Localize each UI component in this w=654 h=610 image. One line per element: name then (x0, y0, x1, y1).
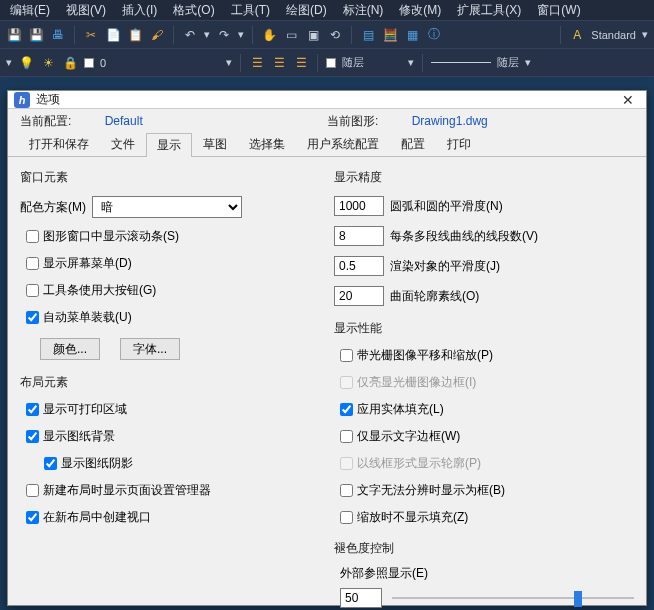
chk-printable-area[interactable]: 显示可打印区域 (26, 401, 320, 418)
chk-screen-menu[interactable]: 显示屏幕菜单(D) (26, 255, 320, 272)
matchprop-icon[interactable]: 🖌 (149, 27, 165, 43)
app-icon: h (14, 92, 30, 108)
chk-page-setup-mgr[interactable]: 新建布局时显示页面设置管理器 (26, 482, 320, 499)
sun-icon[interactable]: ☀ (40, 55, 56, 71)
prec-arc-label: 圆弧和圆的平滑度(N) (390, 198, 503, 215)
chk-scrollbars[interactable]: 图形窗口中显示滚动条(S) (26, 228, 320, 245)
tab-profiles[interactable]: 配置 (390, 132, 436, 156)
save-icon[interactable]: 💾 (6, 27, 22, 43)
chk-create-viewport[interactable]: 在新布局中创建视口 (26, 509, 320, 526)
prec-render[interactable] (334, 256, 384, 276)
chk-large-buttons[interactable]: 工具条使用大按钮(G) (26, 282, 320, 299)
chk-paper-shadow[interactable]: 显示图纸阴影 (44, 455, 320, 472)
colors-button[interactable]: 颜色... (40, 338, 100, 360)
xref-fade-value[interactable] (340, 588, 382, 608)
layerstate-icon[interactable]: ☰ (271, 55, 287, 71)
prec-pline[interactable] (334, 226, 384, 246)
profile-row: 当前配置: Default 当前图形: Drawing1.dwg (8, 109, 646, 132)
fonts-button[interactable]: 字体... (120, 338, 180, 360)
chk-text-as-box[interactable]: 文字无法分辨时显示为框(B) (340, 482, 634, 499)
undo-icon[interactable]: ↶ (182, 27, 198, 43)
tab-files[interactable]: 文件 (100, 132, 146, 156)
layer-dropdown[interactable]: ▾ (226, 56, 232, 69)
info-icon[interactable]: ⓘ (426, 27, 442, 43)
bylayer-swatch (326, 58, 336, 68)
copy-icon[interactable]: 📄 (105, 27, 121, 43)
menu-window[interactable]: 窗口(W) (537, 2, 580, 19)
chk-paper-bg[interactable]: 显示图纸背景 (26, 428, 320, 445)
tab-plot[interactable]: 打印 (436, 132, 482, 156)
menu-ext[interactable]: 扩展工具(X) (457, 2, 521, 19)
textstyle-icon[interactable]: A (569, 27, 585, 43)
chk-autoload-menu[interactable]: 自动菜单装载(U) (26, 309, 320, 326)
layers-dropdown[interactable]: ▾ (6, 56, 12, 69)
tab-user[interactable]: 用户系统配置 (296, 132, 390, 156)
menu-draw[interactable]: 绘图(D) (286, 2, 327, 19)
redo-dropdown[interactable]: ▾ (238, 28, 244, 41)
separator (173, 26, 174, 44)
prec-contour[interactable] (334, 286, 384, 306)
prec-contour-label: 曲面轮廓素线(O) (390, 288, 479, 305)
menu-format[interactable]: 格式(O) (173, 2, 214, 19)
chk-solid-fill[interactable]: 应用实体填充(L) (340, 401, 634, 418)
tab-display[interactable]: 显示 (146, 133, 192, 157)
redo-icon[interactable]: ↷ (216, 27, 232, 43)
menu-edit[interactable]: 编辑(E) (10, 2, 50, 19)
drawing-value: Drawing1.dwg (412, 114, 488, 128)
zoom-window-icon[interactable]: ▣ (305, 27, 321, 43)
menu-dim[interactable]: 标注(N) (343, 2, 384, 19)
menu-view[interactable]: 视图(V) (66, 2, 106, 19)
color-scheme-label: 配色方案(M) (20, 199, 86, 216)
profile-value: Default (105, 114, 143, 128)
color-dropdown[interactable]: ▾ (408, 56, 414, 69)
lock-icon[interactable]: 🔒 (62, 55, 78, 71)
xref-fade-slider[interactable] (392, 590, 634, 606)
undo-dropdown[interactable]: ▾ (204, 28, 210, 41)
pan-icon[interactable]: ✋ (261, 27, 277, 43)
color-bylayer[interactable]: 随层 (342, 55, 402, 70)
chk-text-frame[interactable]: 仅显示文字边框(W) (340, 428, 634, 445)
dialog-body: 窗口元素 配色方案(M) 暗 图形窗口中显示滚动条(S) 显示屏幕菜单(D) 工… (8, 157, 646, 610)
chk-zoom-fill[interactable]: 缩放时不显示填充(Z) (340, 509, 634, 526)
section-window-elements: 窗口元素 (20, 169, 320, 186)
tab-open-save[interactable]: 打开和保存 (18, 132, 100, 156)
chk-raster-pan[interactable]: 带光栅图像平移和缩放(P) (340, 347, 634, 364)
textstyle-dropdown[interactable]: ▾ (642, 28, 648, 41)
prec-pline-label: 每条多段线曲线的线段数(V) (390, 228, 538, 245)
cut-icon[interactable]: ✂ (83, 27, 99, 43)
textstyle-combo[interactable]: Standard (591, 29, 636, 41)
zoom-extents-icon[interactable]: ▭ (283, 27, 299, 43)
menu-tools[interactable]: 工具(T) (231, 2, 270, 19)
right-column: 显示精度 圆弧和圆的平滑度(N) 每条多段线曲线的线段数(V) 渲染对象的平滑度… (334, 167, 634, 610)
zoom-prev-icon[interactable]: ⟲ (327, 27, 343, 43)
titlebar: h 选项 ✕ (8, 91, 646, 109)
section-fade-control: 褪色度控制 (334, 540, 634, 557)
toolbar-layers: ▾ 💡 ☀ 🔒 0 ▾ ☰ ☰ ☰ 随层 ▾ 随层 ▾ (0, 48, 654, 76)
separator (317, 54, 318, 72)
color-scheme-combo[interactable]: 暗 (92, 196, 242, 218)
chk-highlight-image: 仅亮显光栅图像边框(I) (340, 374, 634, 391)
menu-insert[interactable]: 插入(I) (122, 2, 157, 19)
separator (240, 54, 241, 72)
linetype-bylayer[interactable]: 随层 (497, 55, 519, 70)
xref-fade-label: 外部参照显示(E) (340, 565, 634, 582)
layermatch-icon[interactable]: ☰ (293, 55, 309, 71)
tab-selection[interactable]: 选择集 (238, 132, 296, 156)
layermgr-icon[interactable]: ☰ (249, 55, 265, 71)
palette-icon[interactable]: ▦ (404, 27, 420, 43)
canvas-strip (0, 76, 654, 90)
profile-label: 当前配置: (20, 114, 71, 128)
bulb-icon[interactable]: 💡 (18, 55, 34, 71)
linetype-dropdown[interactable]: ▾ (525, 56, 531, 69)
paste-icon[interactable]: 📋 (127, 27, 143, 43)
save-many-icon[interactable]: 💾 (28, 27, 44, 43)
print-icon[interactable]: 🖶 (50, 27, 66, 43)
color-swatch (84, 58, 94, 68)
layer-name[interactable]: 0 (100, 57, 220, 69)
calc-icon[interactable]: 🧮 (382, 27, 398, 43)
close-button[interactable]: ✕ (616, 92, 640, 108)
tab-drafting[interactable]: 草图 (192, 132, 238, 156)
prec-arc[interactable] (334, 196, 384, 216)
props-icon[interactable]: ▤ (360, 27, 376, 43)
menu-modify[interactable]: 修改(M) (399, 2, 441, 19)
